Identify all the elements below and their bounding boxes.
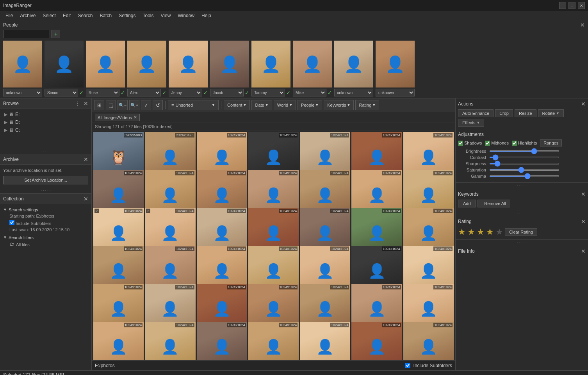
filter-tag-close-btn[interactable]: ✕ [134,115,137,120]
kw-drag-handle[interactable]: · · · · · [456,210,588,216]
effects-btn[interactable]: Effects ▼ [458,119,484,127]
midtones-checkbox[interactable] [485,141,490,146]
thumb-38[interactable]: 1024x1024👤 [248,322,299,360]
set-archive-location-btn[interactable]: Set Archive Location... [3,176,88,184]
browse-collapse-btn[interactable]: ⋮ [75,101,80,106]
face-photo-1[interactable]: 👤 [45,41,84,88]
keywords-filter-btn[interactable]: Keywords ▼ [324,100,354,110]
tree-item-e[interactable]: ▶ 🖥 E: [3,111,88,118]
face-photo-9[interactable]: 👤 [376,41,415,88]
face-name-select-7[interactable]: Mike [293,89,326,96]
menu-search[interactable]: Search [75,12,96,19]
face-name-select-1[interactable]: Simon [45,89,78,96]
thumb-39[interactable]: 1024x1024👤 [300,322,350,360]
crop-btn[interactable]: Crop [495,109,513,117]
menu-batch[interactable]: Batch [96,12,115,19]
face-name-select-2[interactable]: Rose [86,89,119,96]
check-btn[interactable]: ✓ [141,100,151,110]
zoom-out-btn[interactable]: 🔍− [118,100,128,110]
people-close-btn[interactable]: ✕ [580,22,585,28]
face-photo-0[interactable]: 👤 [3,41,42,88]
people-search-input[interactable] [3,30,50,38]
search-settings-caret[interactable]: ▼ [3,207,7,212]
content-filter-btn[interactable]: Content ▼ [224,100,250,110]
select-btn[interactable]: ⬚ [106,100,116,110]
tree-item-c[interactable]: ▶ 🖥 C: [3,126,88,134]
contrast-slider[interactable] [489,157,559,158]
actions-close-btn[interactable]: ✕ [581,101,586,107]
ranges-btn[interactable]: Ranges [540,139,562,146]
fileinfo-close-btn[interactable]: ✕ [581,248,586,254]
face-name-select-4[interactable]: Jenny [169,89,202,96]
search-filters-caret[interactable]: ▼ [3,235,7,239]
face-name-select-5[interactable]: Jacob [210,89,244,96]
archive-drag-handle[interactable]: · · · · · [0,188,91,193]
face-name-select-6[interactable]: Tammy [251,89,285,96]
menu-window[interactable]: Window [175,12,198,19]
people-filter-btn[interactable]: People ▼ [298,100,322,110]
star-1[interactable]: ★ [458,227,466,237]
all-files-item[interactable]: 🗂 All files [9,241,88,248]
path-include-subfolders-checkbox[interactable] [405,363,410,368]
zoom-in-btn[interactable]: 🔍+ [129,100,139,110]
browse-close-btn[interactable]: ✕ [84,100,88,107]
refresh-btn[interactable]: ↺ [153,100,163,110]
thumb-40[interactable]: 1024x1024👤 [351,322,402,360]
menu-settings[interactable]: Settings [116,12,139,19]
keywords-close-btn[interactable]: ✕ [581,191,586,197]
menu-view[interactable]: View [158,12,174,19]
date-filter-btn[interactable]: Date ▼ [251,100,272,110]
menu-file[interactable]: File [2,12,16,19]
rating-filter-btn[interactable]: Rating ▼ [355,100,379,110]
face-photo-5[interactable]: 👤 [210,41,249,88]
menu-archive[interactable]: Archive [17,12,39,19]
minimize-btn[interactable]: — [559,2,566,9]
star-3[interactable]: ★ [477,227,485,237]
saturation-slider[interactable] [489,169,559,171]
face-photo-7[interactable]: 👤 [293,41,332,88]
highlights-checkbox[interactable] [512,141,517,146]
thumb-35[interactable]: 1024x1024👤 [93,322,144,360]
face-photo-8[interactable]: 👤 [334,41,373,88]
sort-btn[interactable]: ≡ Unsorted ▼ [168,100,219,110]
rotate-btn[interactable]: Rotate ▼ [538,109,564,117]
sharpness-slider[interactable] [489,163,559,164]
rating-close-btn[interactable]: ✕ [581,218,586,225]
face-name-select-0[interactable]: unknown [3,89,42,96]
thumb-41[interactable]: 1024x1024👤 [403,322,454,360]
browse-drag-handle[interactable]: · · · · · [0,148,91,154]
thumb-37[interactable]: 1024x1024👤 [197,322,247,360]
star-2[interactable]: ★ [467,227,475,237]
brightness-slider[interactable] [489,150,559,152]
face-photo-3[interactable]: 👤 [127,41,166,88]
keywords-add-btn[interactable]: Add [458,200,476,207]
auto-enhance-btn[interactable]: Auto Enhance [458,109,494,117]
menu-edit[interactable]: Edit [60,12,74,19]
include-subfolders-checkbox[interactable] [9,220,14,225]
grid-view-btn[interactable]: ⊞ [94,100,104,110]
thumb-36[interactable]: 1024x1024👤 [145,322,195,360]
close-btn[interactable]: ✕ [578,2,585,9]
face-name-select-3[interactable]: Alex [127,89,161,96]
gamma-slider[interactable] [489,175,559,177]
shadows-checkbox[interactable] [458,141,463,146]
face-name-select-8[interactable]: unknown [334,89,373,96]
menu-select[interactable]: Select [39,12,59,19]
face-photo-6[interactable]: 👤 [251,41,290,88]
collection-close-btn[interactable]: ✕ [84,196,88,202]
menu-tools[interactable]: Tools [139,12,157,19]
world-filter-btn[interactable]: World ▼ [274,100,296,110]
face-photo-2[interactable]: 👤 [86,41,125,88]
keywords-remove-btn[interactable]: - Remove All [478,200,510,207]
face-name-select-9[interactable]: unknown [376,89,415,96]
maximize-btn[interactable]: □ [568,2,576,9]
resize-btn[interactable]: Resize [515,109,536,117]
rating-drag-handle[interactable]: · · · · · [456,240,588,246]
clear-rating-btn[interactable]: Clear Rating [505,228,537,236]
menu-help[interactable]: Help [198,12,214,19]
adj-drag-handle[interactable]: · · · · · [456,183,588,189]
face-photo-4[interactable]: 👤 [169,41,208,88]
tree-item-d[interactable]: ▶ 🖥 D: [3,118,88,126]
archive-close-btn[interactable]: ✕ [84,156,88,162]
star-5[interactable]: ★ [495,227,503,237]
